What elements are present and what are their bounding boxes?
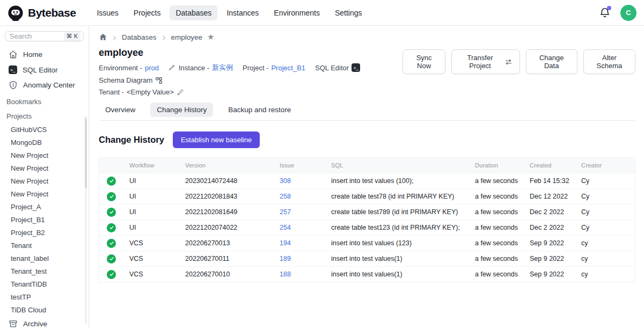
favorite-star-icon[interactable]: ★	[207, 32, 214, 42]
issue-link[interactable]: 188	[280, 270, 291, 278]
sidebar-item-sql-editor[interactable]: >_ SQL Editor	[0, 62, 89, 77]
topbar-right: C	[599, 5, 636, 21]
table-row[interactable]: VCS 202206270013 194 insert into test va…	[99, 236, 635, 251]
shield-icon	[9, 81, 18, 90]
sidebar-project-item[interactable]: New Project	[0, 162, 89, 174]
sidebar-project-item[interactable]: testTP	[0, 290, 89, 303]
cell-creator: cy	[576, 267, 635, 282]
success-check-icon	[107, 177, 116, 186]
status-column-header	[99, 158, 124, 173]
nav-item[interactable]: Instances	[221, 5, 265, 20]
sidebar-item-home[interactable]: Home	[0, 47, 89, 62]
notifications-bell-icon[interactable]	[599, 7, 611, 19]
avatar[interactable]: C	[620, 5, 636, 21]
table-row[interactable]: UI 20221202081843 258 create table test7…	[99, 189, 635, 204]
sidebar-item-archive[interactable]: Archive	[0, 316, 89, 329]
cell-created: Feb 14 15:32	[524, 173, 576, 189]
sync-now-button[interactable]: Sync Now	[402, 49, 445, 74]
cell-status	[99, 173, 124, 189]
sidebar: ⌘ K Home >_ SQL Editor Anomaly Center Bo…	[0, 26, 89, 329]
sidebar-scrollbar-thumb[interactable]	[85, 118, 87, 188]
project-link[interactable]: Project_B1	[271, 64, 305, 72]
edit-pencil-icon[interactable]	[177, 89, 184, 96]
schema-diagram-label: Schema Diagram	[99, 76, 152, 84]
sql-editor-label: SQL Editor	[315, 64, 349, 72]
meta-schema-diagram[interactable]: Schema Diagram	[99, 76, 163, 84]
sidebar-project-item[interactable]: tenant_label	[0, 252, 89, 265]
cell-version: 20221202081649	[180, 204, 274, 220]
alter-schema-button[interactable]: Alter Schema	[583, 49, 635, 74]
cell-creator: cy	[576, 251, 635, 267]
cell-issue: 308	[274, 173, 326, 189]
cell-version: 20221202081843	[180, 189, 274, 204]
database-meta: Environment - prod Instance - 新实例 Projec…	[99, 63, 402, 96]
sidebar-project-item[interactable]: Project_B2	[0, 226, 89, 239]
sidebar-project-item[interactable]: GitHubVCS	[0, 123, 89, 136]
issue-link[interactable]: 258	[280, 193, 291, 200]
change-data-button[interactable]: Change Data	[526, 49, 577, 74]
sidebar-project-item[interactable]: TenantTiDB	[0, 277, 89, 290]
tenant-value: <Empty Value>	[127, 88, 174, 96]
sidebar-project-item[interactable]: New Project	[0, 174, 89, 187]
issue-link[interactable]: 189	[280, 255, 291, 262]
sidebar-item-label: Anomaly Center	[23, 81, 75, 89]
sidebar-project-item[interactable]: Tenant_test	[0, 265, 89, 277]
sidebar-item-anomaly-center[interactable]: Anomaly Center	[0, 77, 89, 93]
table-row[interactable]: VCS 202206270011 189 insert into test va…	[99, 251, 635, 267]
transfer-project-button[interactable]: Transfer Project	[451, 49, 519, 74]
breadcrumb-databases[interactable]: Databases	[122, 33, 157, 41]
establish-baseline-button[interactable]: Establish new baseline	[173, 131, 260, 148]
issue-link[interactable]: 308	[280, 177, 291, 185]
nav-item[interactable]: Settings	[329, 5, 368, 20]
cell-version: 202206270010	[180, 267, 274, 282]
sidebar-project-item[interactable]: New Project	[0, 187, 89, 200]
tab[interactable]: Overview	[99, 103, 142, 117]
cell-status	[99, 236, 124, 251]
page-head-left: employee Environment - prod Instance -	[99, 47, 402, 96]
projects-section-label[interactable]: Projects	[0, 107, 89, 122]
table-row[interactable]: UI 20230214072448 308 insert into test v…	[99, 173, 635, 189]
sidebar-project-item[interactable]: Project_A	[0, 200, 89, 213]
cell-sql: insert into test values(1)	[326, 267, 470, 282]
search-shortcut-badge: ⌘ K	[64, 32, 80, 41]
search-input[interactable]	[10, 32, 64, 40]
nav-item[interactable]: Projects	[128, 5, 167, 20]
cell-version: 202206270013	[180, 236, 274, 251]
sql-editor-terminal-icon: >_	[9, 65, 17, 74]
brand[interactable]: Bytebase	[8, 5, 76, 21]
breadcrumb-employee[interactable]: employee	[171, 33, 203, 41]
sidebar-project-item[interactable]: Project_B1	[0, 213, 89, 226]
nav-item[interactable]: Environments	[268, 5, 326, 20]
cell-created: Sep 9 2022	[524, 251, 576, 267]
table-row[interactable]: UI 20221202081649 257 create table test7…	[99, 204, 635, 220]
sidebar-project-item[interactable]: Tenant	[0, 239, 89, 252]
column-header: Workflow	[124, 158, 180, 173]
cell-sql: insert into test values(1)	[326, 251, 470, 267]
bookmarks-section-label[interactable]: Bookmarks	[0, 93, 89, 107]
tab[interactable]: Backup and restore	[222, 103, 297, 117]
table-row[interactable]: VCS 202206270010 188 insert into test va…	[99, 267, 635, 282]
cell-duration: a few seconds	[470, 236, 524, 251]
issue-link[interactable]: 254	[280, 224, 291, 231]
issue-link[interactable]: 257	[280, 208, 291, 216]
cell-status	[99, 220, 124, 236]
sidebar-project-item[interactable]: TiDB Cloud	[0, 303, 89, 316]
nav-item[interactable]: Databases	[170, 5, 217, 20]
tab[interactable]: Change History	[150, 103, 213, 117]
issue-link[interactable]: 194	[280, 239, 291, 247]
cell-sql: create table test78 (id int PRIMARY KEY)	[326, 189, 470, 204]
environment-link[interactable]: prod	[145, 64, 159, 72]
nav-item[interactable]: Issues	[91, 5, 124, 20]
table-row[interactable]: UI 20221202074022 254 create table test1…	[99, 220, 635, 236]
meta-sql-editor[interactable]: SQL Editor >_	[315, 63, 360, 72]
button-label: Alter Schema	[591, 54, 627, 70]
cell-issue: 254	[274, 220, 326, 236]
sidebar-project-item[interactable]: New Project	[0, 149, 89, 162]
bytebase-logo-icon	[8, 5, 24, 21]
breadcrumb-home-icon[interactable]	[99, 33, 107, 41]
search-box[interactable]: ⌘ K	[5, 31, 84, 41]
instance-link[interactable]: 新实例	[212, 63, 233, 72]
cell-issue: 189	[274, 251, 326, 267]
main-nav: IssuesProjectsDatabasesInstancesEnvironm…	[91, 5, 368, 20]
sidebar-project-item[interactable]: MongoDB	[0, 136, 89, 149]
